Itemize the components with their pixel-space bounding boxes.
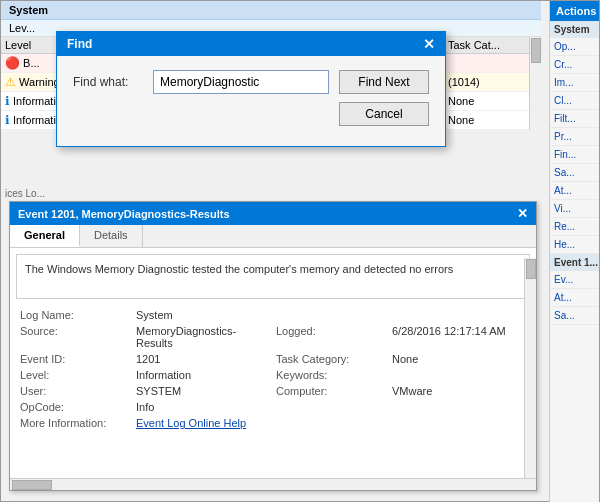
- event-panel-title: Event 1201, MemoryDiagnostics-Results: [18, 208, 230, 220]
- action-item-0[interactable]: Op...: [550, 38, 599, 56]
- system-header: System: [1, 1, 541, 20]
- computer-label: Computer:: [276, 385, 386, 397]
- spacer6: [392, 417, 526, 429]
- event-details-grid: Log Name: System Source: MemoryDiagnosti…: [16, 309, 530, 429]
- log-name-value: System: [136, 309, 270, 321]
- action-event-item-2[interactable]: Sa...: [550, 307, 599, 325]
- info-icon: ℹ: [5, 113, 10, 127]
- computer-value: VMware: [392, 385, 526, 397]
- log-name-label: Log Name:: [20, 309, 130, 321]
- actions-items: System Op... Cr... Im... Cl... Filt... P…: [550, 21, 599, 325]
- find-dialog-header: Find ✕: [57, 32, 445, 56]
- opcode-value: Info: [136, 401, 270, 413]
- action-item-9[interactable]: Vi...: [550, 200, 599, 218]
- moreinfo-link[interactable]: Event Log Online Help: [136, 417, 270, 429]
- warning-icon: ⚠: [5, 75, 16, 89]
- event-detail-panel: Event 1201, MemoryDiagnostics-Results ✕ …: [9, 201, 537, 491]
- find-cancel-button[interactable]: Cancel: [339, 102, 429, 126]
- keywords-label: Keywords:: [276, 369, 386, 381]
- find-dialog-title: Find: [67, 37, 92, 51]
- action-item-11[interactable]: He...: [550, 236, 599, 254]
- find-what-label: Find what:: [73, 75, 143, 89]
- level-value: Information: [136, 369, 270, 381]
- action-item-10[interactable]: Re...: [550, 218, 599, 236]
- tab-general[interactable]: General: [10, 225, 80, 247]
- event-v-scrollbar-thumb[interactable]: [526, 259, 536, 279]
- source-label: Source:: [20, 325, 130, 349]
- event-content: The Windows Memory Diagnostic tested the…: [10, 248, 536, 480]
- spacer3: [276, 401, 386, 413]
- main-window: System Lev... Level Date and Time Source…: [0, 0, 600, 502]
- level-label: Level:: [20, 369, 130, 381]
- event-panel-header: Event 1201, MemoryDiagnostics-Results ✕: [10, 202, 536, 225]
- eventid-value: 1201: [136, 353, 270, 365]
- spacer1: [276, 309, 386, 321]
- action-item-3[interactable]: Cl...: [550, 92, 599, 110]
- h-scrollbar-thumb[interactable]: [12, 480, 52, 490]
- event-panel-close-button[interactable]: ✕: [517, 206, 528, 221]
- action-event-item-0[interactable]: Ev...: [550, 271, 599, 289]
- event-tabs: General Details: [10, 225, 536, 248]
- horizontal-scrollbar[interactable]: [10, 478, 536, 490]
- bottom-label: ices Lo...: [1, 186, 49, 201]
- actions-panel: Actions System Op... Cr... Im... Cl... F…: [549, 1, 599, 502]
- actions-system-section: System: [550, 21, 599, 38]
- level-label: Lev...: [9, 22, 35, 34]
- actions-event-section: Event 1...: [550, 254, 599, 271]
- logged-label: Logged:: [276, 325, 386, 349]
- event-vertical-scrollbar[interactable]: [524, 258, 536, 478]
- find-dialog-close-button[interactable]: ✕: [423, 37, 435, 51]
- event-description: The Windows Memory Diagnostic tested the…: [16, 254, 530, 299]
- action-item-8[interactable]: At...: [550, 182, 599, 200]
- moreinfo-label: More Information:: [20, 417, 130, 429]
- taskcategory-label: Task Category:: [276, 353, 386, 365]
- error-icon: 🔴: [5, 56, 20, 70]
- taskcategory-value: None: [392, 353, 526, 365]
- info-icon: ℹ: [5, 94, 10, 108]
- user-value: SYSTEM: [136, 385, 270, 397]
- find-next-button[interactable]: Find Next: [339, 70, 429, 94]
- find-input[interactable]: [153, 70, 329, 94]
- find-dialog: Find ✕ Find what: Find Next Cancel: [56, 31, 446, 147]
- eventid-label: Event ID:: [20, 353, 130, 365]
- logged-value: 6/28/2016 12:17:14 AM: [392, 325, 526, 349]
- spacer2: [392, 309, 526, 321]
- action-item-1[interactable]: Cr...: [550, 56, 599, 74]
- actions-header: Actions: [550, 1, 599, 21]
- action-event-item-1[interactable]: At...: [550, 289, 599, 307]
- keywords-value: [392, 369, 526, 381]
- spacer4: [392, 401, 526, 413]
- tab-details[interactable]: Details: [80, 225, 143, 247]
- action-item-5[interactable]: Pr...: [550, 128, 599, 146]
- action-item-2[interactable]: Im...: [550, 74, 599, 92]
- action-item-6[interactable]: Fin...: [550, 146, 599, 164]
- scrollbar-thumb[interactable]: [531, 38, 541, 63]
- find-row: Find what: Find Next: [73, 70, 429, 94]
- vertical-scrollbar[interactable]: [529, 37, 541, 130]
- cancel-row: Cancel: [73, 102, 429, 126]
- spacer5: [276, 417, 386, 429]
- action-item-7[interactable]: Sa...: [550, 164, 599, 182]
- action-item-4[interactable]: Filt...: [550, 110, 599, 128]
- user-label: User:: [20, 385, 130, 397]
- opcode-label: OpCode:: [20, 401, 130, 413]
- source-value: MemoryDiagnostics-Results: [136, 325, 270, 349]
- find-dialog-body: Find what: Find Next Cancel: [57, 56, 445, 146]
- col-task: Task Cat...: [443, 37, 540, 54]
